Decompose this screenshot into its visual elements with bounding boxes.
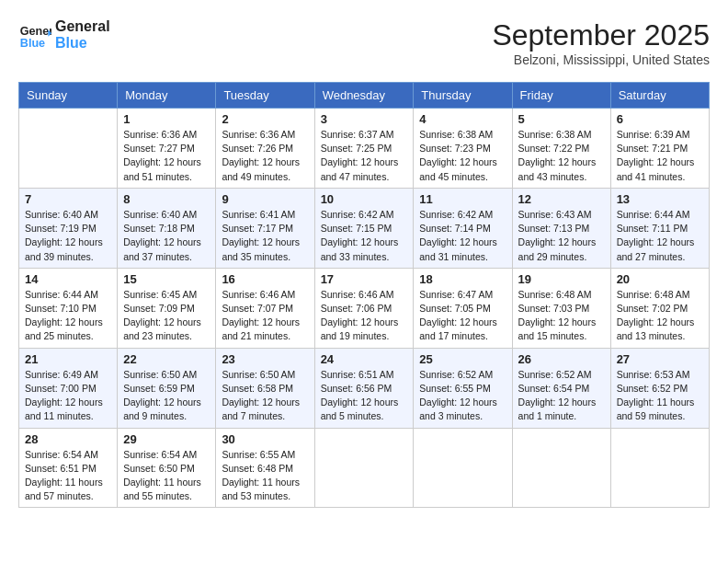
day-number: 15	[123, 272, 210, 286]
day-number: 24	[321, 352, 408, 366]
day-info: Sunrise: 6:49 AM Sunset: 7:00 PM Dayligh…	[25, 368, 111, 424]
day-cell: 1Sunrise: 6:36 AM Sunset: 7:27 PM Daylig…	[118, 109, 216, 189]
week-row-2: 7Sunrise: 6:40 AM Sunset: 7:19 PM Daylig…	[19, 188, 710, 268]
weekday-header-wednesday: Wednesday	[314, 83, 414, 109]
day-number: 21	[25, 352, 111, 366]
day-number: 10	[321, 192, 408, 206]
day-number: 12	[518, 192, 605, 206]
day-info: Sunrise: 6:48 AM Sunset: 7:02 PM Dayligh…	[617, 288, 703, 344]
logo: General Blue General Blue	[18, 18, 110, 52]
page-header: General Blue General Blue September 2025…	[18, 18, 710, 67]
day-cell: 22Sunrise: 6:50 AM Sunset: 6:59 PM Dayli…	[118, 348, 216, 428]
day-number: 17	[321, 272, 408, 286]
day-cell: 10Sunrise: 6:42 AM Sunset: 7:15 PM Dayli…	[314, 188, 414, 268]
day-cell: 7Sunrise: 6:40 AM Sunset: 7:19 PM Daylig…	[19, 188, 118, 268]
day-number: 4	[419, 112, 506, 126]
day-info: Sunrise: 6:44 AM Sunset: 7:10 PM Dayligh…	[25, 288, 111, 344]
day-cell: 8Sunrise: 6:40 AM Sunset: 7:18 PM Daylig…	[118, 188, 216, 268]
weekday-header-tuesday: Tuesday	[216, 83, 314, 109]
day-info: Sunrise: 6:48 AM Sunset: 7:03 PM Dayligh…	[518, 288, 605, 344]
day-cell	[512, 428, 610, 508]
day-number: 8	[123, 192, 210, 206]
day-cell: 16Sunrise: 6:46 AM Sunset: 7:07 PM Dayli…	[216, 268, 314, 348]
day-number: 29	[123, 432, 210, 446]
day-cell: 15Sunrise: 6:45 AM Sunset: 7:09 PM Dayli…	[118, 268, 216, 348]
weekday-header-saturday: Saturday	[610, 83, 709, 109]
day-number: 9	[222, 192, 308, 206]
month-title: September 2025	[492, 18, 710, 52]
day-number: 30	[222, 432, 308, 446]
day-number: 2	[222, 112, 308, 126]
day-info: Sunrise: 6:46 AM Sunset: 7:06 PM Dayligh…	[321, 288, 408, 344]
day-cell: 28Sunrise: 6:54 AM Sunset: 6:51 PM Dayli…	[19, 428, 118, 508]
weekday-header-monday: Monday	[118, 83, 216, 109]
day-cell: 20Sunrise: 6:48 AM Sunset: 7:02 PM Dayli…	[610, 268, 709, 348]
week-row-1: 1Sunrise: 6:36 AM Sunset: 7:27 PM Daylig…	[19, 109, 710, 189]
day-info: Sunrise: 6:43 AM Sunset: 7:13 PM Dayligh…	[518, 208, 605, 264]
week-row-5: 28Sunrise: 6:54 AM Sunset: 6:51 PM Dayli…	[19, 428, 710, 508]
day-cell: 13Sunrise: 6:44 AM Sunset: 7:11 PM Dayli…	[610, 188, 709, 268]
day-cell: 21Sunrise: 6:49 AM Sunset: 7:00 PM Dayli…	[19, 348, 118, 428]
day-cell: 23Sunrise: 6:50 AM Sunset: 6:58 PM Dayli…	[216, 348, 314, 428]
day-info: Sunrise: 6:41 AM Sunset: 7:17 PM Dayligh…	[222, 208, 308, 264]
day-number: 1	[123, 112, 210, 126]
day-cell: 27Sunrise: 6:53 AM Sunset: 6:52 PM Dayli…	[610, 348, 709, 428]
day-cell	[19, 109, 118, 189]
day-cell: 17Sunrise: 6:46 AM Sunset: 7:06 PM Dayli…	[314, 268, 414, 348]
weekday-header-sunday: Sunday	[19, 83, 118, 109]
day-info: Sunrise: 6:53 AM Sunset: 6:52 PM Dayligh…	[617, 368, 703, 424]
day-number: 28	[25, 432, 111, 446]
day-info: Sunrise: 6:47 AM Sunset: 7:05 PM Dayligh…	[419, 288, 506, 344]
day-info: Sunrise: 6:44 AM Sunset: 7:11 PM Dayligh…	[617, 208, 703, 264]
day-info: Sunrise: 6:54 AM Sunset: 6:51 PM Dayligh…	[25, 448, 111, 504]
day-info: Sunrise: 6:36 AM Sunset: 7:27 PM Dayligh…	[123, 128, 210, 184]
day-number: 6	[617, 112, 703, 126]
day-info: Sunrise: 6:40 AM Sunset: 7:19 PM Dayligh…	[25, 208, 111, 264]
day-info: Sunrise: 6:51 AM Sunset: 6:56 PM Dayligh…	[321, 368, 408, 424]
day-number: 16	[222, 272, 308, 286]
weekday-header-thursday: Thursday	[414, 83, 512, 109]
weekday-header-row: SundayMondayTuesdayWednesdayThursdayFrid…	[19, 83, 710, 109]
day-info: Sunrise: 6:40 AM Sunset: 7:18 PM Dayligh…	[123, 208, 210, 264]
day-number: 20	[617, 272, 703, 286]
day-info: Sunrise: 6:46 AM Sunset: 7:07 PM Dayligh…	[222, 288, 308, 344]
day-info: Sunrise: 6:42 AM Sunset: 7:14 PM Dayligh…	[419, 208, 506, 264]
day-cell: 30Sunrise: 6:55 AM Sunset: 6:48 PM Dayli…	[216, 428, 314, 508]
day-info: Sunrise: 6:37 AM Sunset: 7:25 PM Dayligh…	[321, 128, 408, 184]
title-block: September 2025 Belzoni, Mississippi, Uni…	[492, 18, 710, 67]
day-info: Sunrise: 6:52 AM Sunset: 6:55 PM Dayligh…	[419, 368, 506, 424]
day-number: 5	[518, 112, 605, 126]
day-number: 27	[617, 352, 703, 366]
weekday-header-friday: Friday	[512, 83, 610, 109]
day-number: 18	[419, 272, 506, 286]
day-cell: 6Sunrise: 6:39 AM Sunset: 7:21 PM Daylig…	[610, 109, 709, 189]
day-number: 22	[123, 352, 210, 366]
week-row-4: 21Sunrise: 6:49 AM Sunset: 7:00 PM Dayli…	[19, 348, 710, 428]
day-number: 7	[25, 192, 111, 206]
day-number: 19	[518, 272, 605, 286]
day-number: 3	[321, 112, 408, 126]
calendar-table: SundayMondayTuesdayWednesdayThursdayFrid…	[18, 82, 710, 508]
day-info: Sunrise: 6:50 AM Sunset: 6:58 PM Dayligh…	[222, 368, 308, 424]
logo-icon: General Blue	[18, 18, 51, 52]
day-cell	[414, 428, 512, 508]
day-info: Sunrise: 6:42 AM Sunset: 7:15 PM Dayligh…	[321, 208, 408, 264]
day-info: Sunrise: 6:55 AM Sunset: 6:48 PM Dayligh…	[222, 448, 308, 504]
day-cell: 14Sunrise: 6:44 AM Sunset: 7:10 PM Dayli…	[19, 268, 118, 348]
day-info: Sunrise: 6:39 AM Sunset: 7:21 PM Dayligh…	[617, 128, 703, 184]
day-info: Sunrise: 6:36 AM Sunset: 7:26 PM Dayligh…	[222, 128, 308, 184]
day-info: Sunrise: 6:45 AM Sunset: 7:09 PM Dayligh…	[123, 288, 210, 344]
day-cell: 2Sunrise: 6:36 AM Sunset: 7:26 PM Daylig…	[216, 109, 314, 189]
week-row-3: 14Sunrise: 6:44 AM Sunset: 7:10 PM Dayli…	[19, 268, 710, 348]
day-cell: 4Sunrise: 6:38 AM Sunset: 7:23 PM Daylig…	[414, 109, 512, 189]
day-cell: 9Sunrise: 6:41 AM Sunset: 7:17 PM Daylig…	[216, 188, 314, 268]
day-info: Sunrise: 6:38 AM Sunset: 7:22 PM Dayligh…	[518, 128, 605, 184]
day-cell: 18Sunrise: 6:47 AM Sunset: 7:05 PM Dayli…	[414, 268, 512, 348]
logo-general: General	[55, 18, 110, 35]
day-cell: 29Sunrise: 6:54 AM Sunset: 6:50 PM Dayli…	[118, 428, 216, 508]
day-number: 23	[222, 352, 308, 366]
day-cell: 11Sunrise: 6:42 AM Sunset: 7:14 PM Dayli…	[414, 188, 512, 268]
day-cell: 26Sunrise: 6:52 AM Sunset: 6:54 PM Dayli…	[512, 348, 610, 428]
day-info: Sunrise: 6:54 AM Sunset: 6:50 PM Dayligh…	[123, 448, 210, 504]
day-cell	[610, 428, 709, 508]
